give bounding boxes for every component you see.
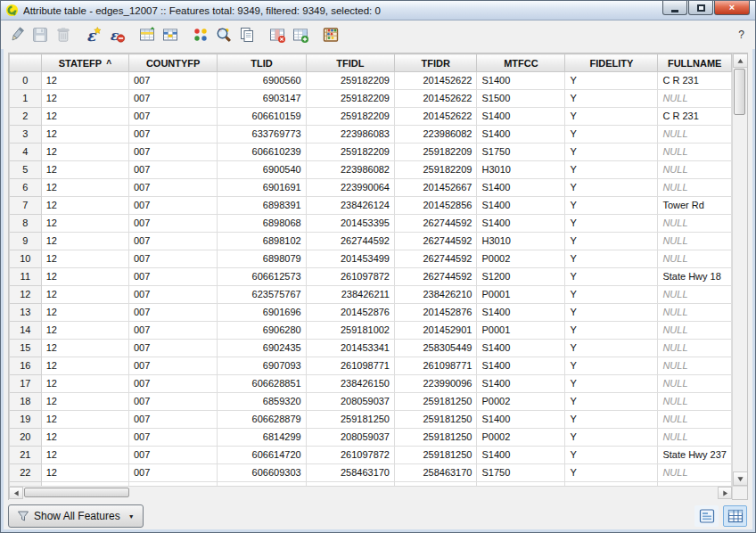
table-cell[interactable]: NULL [658,322,732,340]
delete-selected-button[interactable] [52,23,75,46]
table-cell[interactable]: 007 [128,268,217,286]
table-cell[interactable]: 12 [41,286,128,304]
row-header[interactable]: 20 [10,429,42,447]
table-cell[interactable]: 007 [128,464,217,482]
table-cell[interactable]: 606610159 [218,108,306,126]
new-column-button[interactable] [289,23,312,46]
table-cell[interactable]: 262744592 [394,268,476,286]
table-cell[interactable]: 259182209 [306,108,394,126]
table-cell[interactable]: Y [565,375,658,393]
table-cell[interactable]: 12 [41,72,128,90]
table-cell[interactable]: 12 [41,215,128,233]
table-cell[interactable]: S1400 [477,215,565,233]
table-cell[interactable]: 261097872 [306,268,394,286]
table-cell[interactable]: 007 [128,447,217,464]
table-cell[interactable]: 633769773 [218,126,306,144]
table-cell[interactable]: Y [565,286,658,304]
pan-to-selected-button[interactable] [189,23,212,46]
table-cell[interactable]: P0002 [477,250,565,268]
table-cell[interactable]: 007 [128,126,217,144]
vertical-scroll-track[interactable] [733,68,747,472]
table-cell[interactable]: 6901691 [218,179,306,197]
table-cell[interactable]: NULL [658,126,732,144]
table-cell[interactable]: 201452667 [394,179,476,197]
row-header[interactable]: 1 [10,90,42,108]
table-cell[interactable]: 6814299 [218,429,306,447]
table-cell[interactable]: 007 [128,429,217,447]
table-cell[interactable]: Y [565,90,658,108]
open-field-calculator-button[interactable] [319,23,342,46]
table-cell[interactable]: 262744592 [394,233,476,250]
scroll-right-button[interactable] [718,487,732,499]
table-cell[interactable]: 12 [41,375,128,393]
table-cell[interactable]: 201453499 [306,250,394,268]
table-cell[interactable]: 12 [41,304,128,322]
row-header[interactable]: 5 [10,161,42,179]
table-cell[interactable]: 12 [41,179,128,197]
table-cell[interactable]: 6900560 [218,72,306,90]
table-cell[interactable]: 007 [128,233,217,250]
table-cell[interactable]: S1400 [477,304,565,322]
table-cell[interactable]: 606614720 [218,447,306,464]
table-cell[interactable]: Y [565,233,658,250]
table-cell[interactable]: 258463170 [306,464,394,482]
table-cell[interactable]: 007 [128,304,217,322]
table-cell[interactable]: NULL [658,90,732,108]
table-cell[interactable]: S1400 [477,197,565,215]
row-header-corner[interactable] [10,54,42,72]
table-cell[interactable]: 6907093 [218,357,306,375]
table-cell[interactable]: 12 [41,411,128,429]
table-cell[interactable]: 6898068 [218,215,306,233]
minimize-button[interactable] [662,1,687,15]
table-cell[interactable]: C R 231 [658,108,732,126]
table-cell[interactable]: NULL [658,304,732,322]
table-cell[interactable]: 238426124 [306,197,394,215]
table-cell[interactable]: P0001 [477,322,565,340]
table-cell[interactable]: H3010 [477,161,565,179]
vertical-scrollbar[interactable] [732,53,747,486]
table-cell[interactable]: 007 [128,357,217,375]
row-header[interactable]: 7 [10,197,42,215]
row-header[interactable]: 10 [10,250,42,268]
table-cell[interactable]: 007 [128,286,217,304]
row-header[interactable]: 2 [10,108,42,126]
column-header-fidelity[interactable]: FIDELITY [565,54,658,72]
column-header-tfidr[interactable]: TFIDR [394,54,476,72]
invert-selection-button[interactable] [159,23,182,46]
table-cell[interactable]: 238426211 [306,286,394,304]
table-cell[interactable]: NULL [658,215,732,233]
table-cell[interactable] [218,482,306,487]
table-cell[interactable]: 262744592 [394,250,476,268]
table-cell[interactable]: 007 [128,393,217,411]
select-by-expression-button[interactable]: ε [82,23,105,46]
table-cell[interactable]: 261097872 [306,447,394,464]
table-cell[interactable]: 007 [128,179,217,197]
table-cell[interactable]: 007 [128,215,217,233]
table-cell[interactable]: 12 [41,126,128,144]
table-cell[interactable]: 208059037 [306,393,394,411]
table-cell[interactable]: P0002 [477,429,565,447]
table-cell[interactable]: NULL [658,393,732,411]
table-cell[interactable]: 623575767 [218,286,306,304]
row-header[interactable]: 9 [10,233,42,250]
scroll-left-button[interactable] [9,487,23,499]
table-cell[interactable]: NULL [658,233,732,250]
table-cell[interactable]: 6902435 [218,340,306,357]
table-cell[interactable]: 201453395 [306,215,394,233]
table-cell[interactable]: 261098771 [306,357,394,375]
table-cell[interactable]: 12 [41,393,128,411]
table-cell[interactable]: S1400 [477,179,565,197]
table-cell[interactable]: Y [565,464,658,482]
table-cell[interactable]: Tower Rd [658,197,732,215]
table-cell[interactable]: 201453341 [306,340,394,357]
table-cell[interactable]: 007 [128,90,217,108]
table-cell[interactable]: 223986082 [394,126,476,144]
table-cell[interactable]: 201452901 [394,322,476,340]
table-cell[interactable]: Y [565,215,658,233]
table-cell[interactable]: 6859320 [218,393,306,411]
table-cell[interactable]: 606628879 [218,411,306,429]
feature-filter-button[interactable]: Show All Features ▼ [8,504,144,528]
table-cell[interactable]: NULL [658,357,732,375]
table-cell[interactable] [128,482,217,487]
table-cell[interactable]: S1750 [477,144,565,161]
